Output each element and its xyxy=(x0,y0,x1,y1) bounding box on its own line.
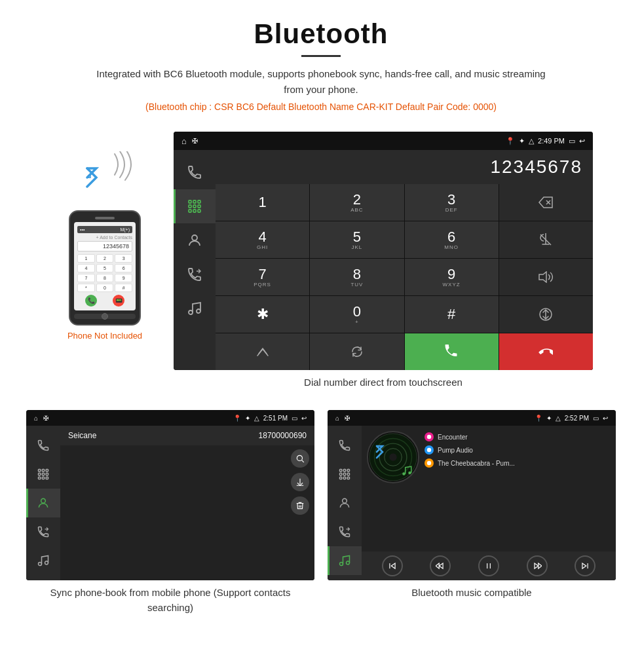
dial-key-6-sub: MNO xyxy=(444,244,459,250)
dial-key-9-label: 9 xyxy=(447,267,455,282)
sidebar-item-call-transfer[interactable] xyxy=(174,257,216,291)
music-player-area: Encounter Pump Audio xyxy=(362,426,616,551)
dial-key-0[interactable]: 0 + xyxy=(310,296,404,333)
phone-key-star[interactable]: * xyxy=(77,284,95,292)
svg-marker-55 xyxy=(391,563,395,569)
phone-key-4[interactable]: 4 xyxy=(77,264,95,272)
dial-key-6-label: 6 xyxy=(447,230,455,244)
music-sidebar-contacts[interactable] xyxy=(328,489,362,517)
music-sidebar-music[interactable] xyxy=(328,546,362,575)
contacts-sidebar-music[interactable] xyxy=(26,546,60,575)
svg-marker-16 xyxy=(539,272,546,282)
phone-end-button[interactable]: 📟 xyxy=(113,295,124,307)
phone-key-8[interactable]: 8 xyxy=(96,274,114,282)
track-1-icon xyxy=(425,432,434,441)
contacts-sidebar-phone[interactable] xyxy=(26,431,60,460)
contact-download-button[interactable] xyxy=(291,473,309,491)
disc-note-icon xyxy=(401,465,413,477)
dial-key-mute[interactable] xyxy=(499,221,593,258)
sidebar-item-dialpad[interactable] xyxy=(174,189,216,223)
dial-key-5[interactable]: 5 JKL xyxy=(310,221,404,258)
dial-key-end-call[interactable] xyxy=(499,333,593,370)
sidebar-item-contacts[interactable] xyxy=(174,223,216,257)
dial-key-9[interactable]: 9 WXYZ xyxy=(405,259,499,295)
wifi-icon: △ xyxy=(529,137,534,145)
music-track-3: The Cheebacabra - Pum... xyxy=(425,457,611,469)
contacts-time: 2:51 PM xyxy=(263,415,288,422)
music-active-bar xyxy=(328,546,330,575)
contacts-back-icon[interactable]: ↩ xyxy=(301,415,307,422)
music-usb-icon: ✠ xyxy=(345,415,350,422)
main-screen-caption: Dial number direct from touchscreen xyxy=(174,377,593,388)
phone-key-6[interactable]: 6 xyxy=(115,264,132,272)
contact-search-button[interactable] xyxy=(291,449,309,468)
svg-point-43 xyxy=(340,563,343,566)
dial-key-star[interactable]: ✱ xyxy=(216,296,309,333)
contacts-sidebar-contacts[interactable] xyxy=(26,489,60,517)
contacts-body: Seicane 18700000690 xyxy=(26,426,314,580)
phone-key-2[interactable]: 2 xyxy=(96,254,114,263)
dial-key-hash[interactable]: # xyxy=(405,296,499,333)
dial-key-backspace[interactable] xyxy=(499,184,593,221)
dial-key-hash-label: # xyxy=(447,307,455,322)
music-sidebar-phone[interactable] xyxy=(328,431,362,460)
music-location-icon: 📍 xyxy=(535,415,542,422)
phone-call-button[interactable]: 📞 xyxy=(85,295,97,307)
dial-key-1[interactable]: 1 xyxy=(216,184,309,221)
music-status-right: 📍 ✦ △ 2:52 PM ▭ ↩ xyxy=(535,415,608,422)
music-sidebar-transfer[interactable] xyxy=(328,517,362,546)
music-back-icon[interactable]: ↩ xyxy=(603,415,608,422)
sidebar-item-music[interactable] xyxy=(174,291,216,326)
dial-key-2[interactable]: 2 ABC xyxy=(310,184,404,221)
dial-key-7[interactable]: 7 PQRS xyxy=(216,259,309,295)
svg-line-31 xyxy=(302,460,304,462)
phone-key-1[interactable]: 1 xyxy=(77,254,95,263)
track-2-icon xyxy=(425,445,434,455)
dial-key-3[interactable]: 3 DEF xyxy=(405,184,499,221)
phone-key-5[interactable]: 5 xyxy=(96,264,114,272)
dial-key-refresh[interactable] xyxy=(310,333,404,370)
next-track-button[interactable] xyxy=(575,555,595,576)
phone-key-hash[interactable]: # xyxy=(115,284,132,292)
music-body: Encounter Pump Audio xyxy=(328,426,616,580)
contacts-active-bar xyxy=(26,489,28,517)
svg-rect-21 xyxy=(39,473,41,475)
svg-rect-4 xyxy=(193,205,196,208)
music-disc xyxy=(367,431,419,483)
contacts-sidebar-dialpad[interactable] xyxy=(26,460,60,489)
dial-key-call[interactable] xyxy=(405,333,499,370)
phone-home-button[interactable] xyxy=(102,313,108,320)
track-3-name: The Cheebacabra - Pum... xyxy=(438,460,515,467)
svg-point-30 xyxy=(297,455,302,460)
dial-key-volume[interactable] xyxy=(499,259,593,295)
dial-key-4[interactable]: 4 GHI xyxy=(216,221,309,258)
sidebar-item-phone[interactable] xyxy=(174,155,216,189)
dial-key-2-label: 2 xyxy=(353,193,361,207)
pause-button[interactable] xyxy=(478,555,499,576)
svg-rect-36 xyxy=(340,473,342,475)
dial-key-6[interactable]: 6 MNO xyxy=(405,221,499,258)
music-sidebar-dialpad[interactable] xyxy=(328,460,362,489)
back-icon[interactable]: ↩ xyxy=(579,137,585,145)
dial-key-8[interactable]: 8 TUV xyxy=(310,259,404,295)
phone-key-9[interactable]: 9 xyxy=(115,274,132,282)
disc-bt-icon xyxy=(373,443,387,461)
music-controls-bar xyxy=(362,551,616,580)
status-left: ⌂ ✠ xyxy=(181,136,198,146)
phone-key-3[interactable]: 3 xyxy=(115,254,132,263)
phone-key-0[interactable]: 0 xyxy=(96,284,114,292)
svg-rect-41 xyxy=(347,477,349,479)
dial-key-arrow-up[interactable] xyxy=(216,333,309,370)
phone-key-7[interactable]: 7 xyxy=(77,274,95,282)
rewind-button[interactable] xyxy=(430,555,451,576)
dial-key-swap[interactable] xyxy=(499,296,593,333)
prev-track-button[interactable] xyxy=(382,555,403,576)
svg-point-53 xyxy=(427,448,431,452)
contacts-sidebar-transfer[interactable] xyxy=(26,517,60,546)
svg-rect-38 xyxy=(347,473,349,475)
dial-key-7-label: 7 xyxy=(259,267,267,282)
svg-point-54 xyxy=(427,461,431,465)
contact-number: 18700000690 xyxy=(259,431,307,440)
forward-button[interactable] xyxy=(527,555,548,576)
contact-delete-button[interactable] xyxy=(291,496,309,515)
